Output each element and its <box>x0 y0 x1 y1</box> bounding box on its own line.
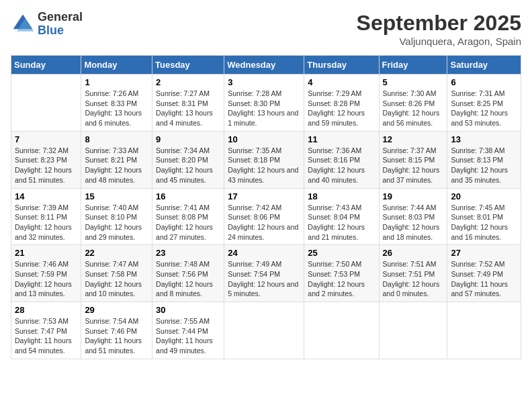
day-cell-26: 26Sunrise: 7:51 AMSunset: 7:51 PMDayligh… <box>379 245 447 302</box>
empty-cell <box>11 75 81 132</box>
day-info: Sunrise: 7:27 AMSunset: 8:31 PMDaylight:… <box>156 89 220 128</box>
week-row-5: 28Sunrise: 7:53 AMSunset: 7:47 PMDayligh… <box>11 302 521 359</box>
day-info: Sunrise: 7:55 AMSunset: 7:44 PMDaylight:… <box>156 316 220 356</box>
day-number: 7 <box>15 134 77 144</box>
day-cell-24: 24Sunrise: 7:49 AMSunset: 7:54 PMDayligh… <box>224 245 304 302</box>
empty-cell <box>304 302 379 359</box>
day-cell-30: 30Sunrise: 7:55 AMSunset: 7:44 PMDayligh… <box>152 302 224 359</box>
day-number: 22 <box>85 248 148 258</box>
day-number: 5 <box>383 77 444 87</box>
day-info: Sunrise: 7:44 AMSunset: 8:03 PMDaylight:… <box>383 203 444 242</box>
logo-blue-text: Blue <box>38 24 83 38</box>
day-number: 23 <box>156 248 220 258</box>
day-number: 30 <box>156 305 220 315</box>
day-info: Sunrise: 7:48 AMSunset: 7:56 PMDaylight:… <box>156 259 220 299</box>
page-header: General Blue September 2025 Valjunquera,… <box>11 11 521 47</box>
weekday-header-sunday: Sunday <box>11 56 81 75</box>
day-cell-23: 23Sunrise: 7:48 AMSunset: 7:56 PMDayligh… <box>152 245 224 302</box>
day-number: 6 <box>451 77 517 87</box>
day-cell-8: 8Sunrise: 7:33 AMSunset: 8:21 PMDaylight… <box>81 131 152 188</box>
day-number: 28 <box>15 305 77 315</box>
logo-icon <box>11 12 35 36</box>
day-number: 4 <box>308 77 375 87</box>
day-cell-18: 18Sunrise: 7:43 AMSunset: 8:04 PMDayligh… <box>304 188 379 245</box>
day-number: 19 <box>383 191 444 201</box>
day-cell-13: 13Sunrise: 7:38 AMSunset: 8:13 PMDayligh… <box>447 131 521 188</box>
day-number: 15 <box>85 191 148 201</box>
day-cell-28: 28Sunrise: 7:53 AMSunset: 7:47 PMDayligh… <box>11 302 81 359</box>
weekday-header-saturday: Saturday <box>447 56 521 75</box>
day-number: 16 <box>156 191 220 201</box>
title-block: September 2025 Valjunquera, Aragon, Spai… <box>357 11 521 47</box>
week-row-2: 7Sunrise: 7:32 AMSunset: 8:23 PMDaylight… <box>11 131 521 188</box>
day-info: Sunrise: 7:40 AMSunset: 8:10 PMDaylight:… <box>85 203 148 242</box>
day-info: Sunrise: 7:33 AMSunset: 8:21 PMDaylight:… <box>85 146 148 185</box>
day-info: Sunrise: 7:36 AMSunset: 8:16 PMDaylight:… <box>308 146 375 185</box>
day-cell-17: 17Sunrise: 7:42 AMSunset: 8:06 PMDayligh… <box>224 188 304 245</box>
day-info: Sunrise: 7:49 AMSunset: 7:54 PMDaylight:… <box>228 259 300 299</box>
calendar-table: SundayMondayTuesdayWednesdayThursdayFrid… <box>11 55 521 359</box>
day-cell-15: 15Sunrise: 7:40 AMSunset: 8:10 PMDayligh… <box>81 188 152 245</box>
day-number: 2 <box>156 77 220 87</box>
day-number: 29 <box>85 305 148 315</box>
day-number: 25 <box>308 248 375 258</box>
day-number: 10 <box>228 134 300 144</box>
day-cell-9: 9Sunrise: 7:34 AMSunset: 8:20 PMDaylight… <box>152 131 224 188</box>
day-cell-21: 21Sunrise: 7:46 AMSunset: 7:59 PMDayligh… <box>11 245 81 302</box>
day-cell-12: 12Sunrise: 7:37 AMSunset: 8:15 PMDayligh… <box>379 131 447 188</box>
weekday-header-thursday: Thursday <box>304 56 379 75</box>
day-cell-6: 6Sunrise: 7:31 AMSunset: 8:25 PMDaylight… <box>447 75 521 132</box>
day-cell-22: 22Sunrise: 7:47 AMSunset: 7:58 PMDayligh… <box>81 245 152 302</box>
weekday-header-monday: Monday <box>81 56 152 75</box>
day-number: 3 <box>228 77 300 87</box>
day-cell-5: 5Sunrise: 7:30 AMSunset: 8:26 PMDaylight… <box>379 75 447 132</box>
day-info: Sunrise: 7:38 AMSunset: 8:13 PMDaylight:… <box>451 146 517 185</box>
day-cell-25: 25Sunrise: 7:50 AMSunset: 7:53 PMDayligh… <box>304 245 379 302</box>
day-info: Sunrise: 7:51 AMSunset: 7:51 PMDaylight:… <box>383 259 444 299</box>
day-info: Sunrise: 7:53 AMSunset: 7:47 PMDaylight:… <box>15 316 77 356</box>
day-number: 1 <box>85 77 148 87</box>
day-info: Sunrise: 7:54 AMSunset: 7:46 PMDaylight:… <box>85 316 148 356</box>
day-cell-1: 1Sunrise: 7:26 AMSunset: 8:33 PMDaylight… <box>81 75 152 132</box>
day-info: Sunrise: 7:37 AMSunset: 8:15 PMDaylight:… <box>383 146 444 185</box>
location-subtitle: Valjunquera, Aragon, Spain <box>357 36 521 47</box>
week-row-4: 21Sunrise: 7:46 AMSunset: 7:59 PMDayligh… <box>11 245 521 302</box>
day-number: 13 <box>451 134 517 144</box>
day-number: 21 <box>15 248 77 258</box>
day-number: 24 <box>228 248 300 258</box>
day-info: Sunrise: 7:46 AMSunset: 7:59 PMDaylight:… <box>15 259 77 299</box>
day-cell-14: 14Sunrise: 7:39 AMSunset: 8:11 PMDayligh… <box>11 188 81 245</box>
day-cell-19: 19Sunrise: 7:44 AMSunset: 8:03 PMDayligh… <box>379 188 447 245</box>
day-info: Sunrise: 7:32 AMSunset: 8:23 PMDaylight:… <box>15 146 77 185</box>
day-cell-29: 29Sunrise: 7:54 AMSunset: 7:46 PMDayligh… <box>81 302 152 359</box>
day-number: 9 <box>156 134 220 144</box>
logo: General Blue <box>11 11 83 38</box>
day-info: Sunrise: 7:35 AMSunset: 8:18 PMDaylight:… <box>228 146 300 185</box>
day-number: 18 <box>308 191 375 201</box>
day-info: Sunrise: 7:29 AMSunset: 8:28 PMDaylight:… <box>308 89 375 128</box>
empty-cell <box>379 302 447 359</box>
empty-cell <box>224 302 304 359</box>
day-info: Sunrise: 7:31 AMSunset: 8:25 PMDaylight:… <box>451 89 517 128</box>
day-number: 26 <box>383 248 444 258</box>
day-number: 14 <box>15 191 77 201</box>
day-info: Sunrise: 7:28 AMSunset: 8:30 PMDaylight:… <box>228 89 300 128</box>
day-info: Sunrise: 7:39 AMSunset: 8:11 PMDaylight:… <box>15 203 77 242</box>
month-title: September 2025 <box>357 11 521 36</box>
day-cell-16: 16Sunrise: 7:41 AMSunset: 8:08 PMDayligh… <box>152 188 224 245</box>
day-number: 17 <box>228 191 300 201</box>
day-info: Sunrise: 7:50 AMSunset: 7:53 PMDaylight:… <box>308 259 375 299</box>
day-info: Sunrise: 7:26 AMSunset: 8:33 PMDaylight:… <box>85 89 148 128</box>
weekday-header-tuesday: Tuesday <box>152 56 224 75</box>
day-cell-7: 7Sunrise: 7:32 AMSunset: 8:23 PMDaylight… <box>11 131 81 188</box>
weekday-header-friday: Friday <box>379 56 447 75</box>
weekday-header-wednesday: Wednesday <box>224 56 304 75</box>
week-row-1: 1Sunrise: 7:26 AMSunset: 8:33 PMDaylight… <box>11 75 521 132</box>
day-cell-2: 2Sunrise: 7:27 AMSunset: 8:31 PMDaylight… <box>152 75 224 132</box>
day-number: 8 <box>85 134 148 144</box>
day-info: Sunrise: 7:34 AMSunset: 8:20 PMDaylight:… <box>156 146 220 185</box>
day-info: Sunrise: 7:47 AMSunset: 7:58 PMDaylight:… <box>85 259 148 299</box>
weekday-header-row: SundayMondayTuesdayWednesdayThursdayFrid… <box>11 56 521 75</box>
day-info: Sunrise: 7:43 AMSunset: 8:04 PMDaylight:… <box>308 203 375 242</box>
day-cell-11: 11Sunrise: 7:36 AMSunset: 8:16 PMDayligh… <box>304 131 379 188</box>
